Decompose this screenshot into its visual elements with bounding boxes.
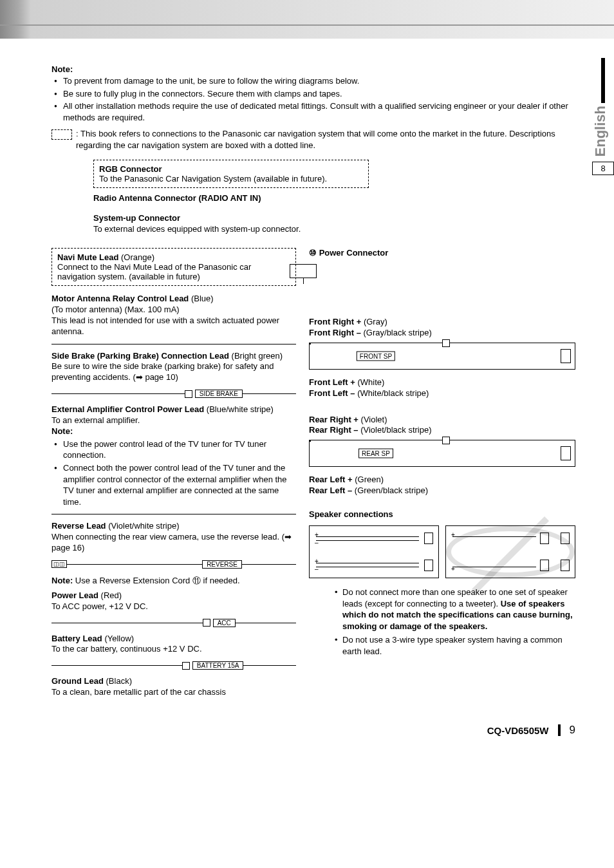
speaker-front-left: Front Left + (White) Front Left – (White…: [309, 377, 575, 399]
rear-sp-tag: REAR SP: [358, 449, 393, 458]
speaker-front-right: Front Right + (Gray) Front Right – (Gray…: [309, 317, 575, 370]
right-column: ⑩ Power Connector Front Right + (Gray) F…: [309, 248, 575, 704]
ext-amp-note-heading: Note:: [51, 426, 73, 436]
speaker-diagrams: + – + – + +: [309, 525, 575, 578]
reverse-desc: When connecting the rear view camera, us…: [51, 532, 296, 554]
battery-wire: BATTERY 15A: [51, 661, 296, 670]
power-desc: To ACC power, +12 V DC.: [51, 601, 296, 612]
navi-mute-color: (Orange): [121, 252, 154, 262]
speaker-diagram-incorrect: + +: [445, 525, 575, 578]
ext-amp-wire: [51, 514, 296, 514]
reverse-note-label: Note:: [51, 576, 73, 585]
speaker-connections-title: Speaker connections: [309, 509, 575, 519]
note-item: To prevent from damage to the unit, be s…: [51, 75, 575, 87]
ext-amp-note: Connect both the power control lead of t…: [51, 462, 296, 507]
ground-title: Ground Lead: [51, 676, 104, 686]
motor-ant-l2: This lead is not intended for use with a…: [51, 316, 296, 337]
reverse-note-text: Use a Reverse Extension Cord ⑪ if needed…: [75, 576, 240, 585]
reverse-color: (Violet/white stripe): [108, 521, 179, 531]
power-connector-num: ⑩: [309, 248, 317, 258]
reverse-title: Reverse Lead: [51, 521, 106, 531]
front-sp-visual: FRONT SP: [309, 343, 575, 370]
rl-minus: Rear Left –: [309, 486, 352, 495]
motor-ant-l1: (To motor antenna) (Max. 100 mA): [51, 305, 296, 316]
section-number-box: 8: [592, 162, 614, 175]
side-brake-color: (Bright green): [232, 351, 283, 361]
speaker-connection-notes: Do not connect more than one speaker to …: [309, 587, 575, 657]
navi-mute-title: Navi Mute Lead: [57, 252, 118, 262]
navi-mute-callout: Navi Mute Lead (Orange) Connect to the N…: [51, 248, 296, 286]
fr-minus: Front Right –: [309, 328, 361, 337]
battery-lead: Battery Lead (Yellow) To the car battery…: [51, 634, 296, 656]
fl-plus: Front Left +: [309, 377, 355, 387]
rr-minus: Rear Right –: [309, 425, 358, 435]
note-list: To prevent from damage to the unit, be s…: [51, 75, 575, 123]
front-sp-tag: FRONT SP: [357, 351, 395, 361]
systemup-title: System-up Connector: [93, 213, 575, 224]
page-footer: CQ-VD6505W 9: [0, 717, 614, 750]
speaker-rear-right: Rear Right + (Violet) Rear Right – (Viol…: [309, 415, 575, 467]
reverse-note: Note: Use a Reverse Extension Cord ⑪ if …: [51, 575, 296, 587]
page-content: Note: To prevent from damage to the unit…: [0, 39, 614, 717]
power-color: (Red): [101, 590, 122, 600]
ext-amp-desc: To an external amplifier.: [51, 415, 296, 426]
radio-title: Radio Antenna Connector (RADIO ANT IN): [93, 193, 261, 203]
reverse-plug-icon: ◫◫: [51, 560, 67, 568]
battery-title: Battery Lead: [51, 634, 102, 643]
fr-minus-c: (Gray/black stripe): [364, 328, 432, 337]
sp-note: Do not connect more than one speaker to …: [335, 587, 575, 632]
system-up-connector: System-up Connector To external devices …: [93, 213, 575, 235]
top-note-block: Note: To prevent from damage to the unit…: [51, 64, 575, 151]
speaker-rear-left: Rear Left + (Green) Rear Left – (Green/b…: [309, 475, 575, 496]
side-brake-desc: Be sure to wire the side brake (parking …: [51, 361, 296, 383]
ext-amp-title: External Amplifier Control Power Lead: [51, 404, 204, 414]
ground-lead: Ground Lead (Black) To a clean, bare met…: [51, 676, 296, 698]
header-strip: [0, 0, 614, 39]
rr-minus-c: (Violet/black stripe): [360, 425, 431, 435]
power-wire: ACC: [51, 619, 296, 627]
rgb-connector-callout: RGB Connector To the Panasonic Car Navig…: [93, 160, 369, 188]
motor-ant-wire: [51, 344, 296, 344]
power-connector-title: Power Connector: [319, 248, 389, 258]
dotted-box-icon: [51, 129, 72, 140]
side-brake-wire: SIDE BRAKE: [51, 390, 296, 398]
radio-antenna-connector: Radio Antenna Connector (RADIO ANT IN): [93, 193, 575, 204]
rgb-title: RGB Connector: [99, 164, 162, 174]
battery-tag: BATTERY 15A: [192, 661, 244, 670]
ext-amp-lead: External Amplifier Control Power Lead (B…: [51, 404, 296, 507]
side-brake-title: Side Brake (Parking Brake) Connection Le…: [51, 351, 229, 361]
note-heading: Note:: [51, 64, 73, 74]
left-column: Navi Mute Lead (Orange) Connect to the N…: [51, 248, 296, 704]
power-connector-icon: [290, 264, 317, 278]
reverse-wire: ◫◫ REVERSE: [51, 560, 296, 569]
speaker-diagram-correct: + – + –: [309, 525, 439, 578]
side-language-tab: English 8: [592, 58, 614, 175]
rl-plus-c: (Green): [355, 475, 384, 484]
sp-note: Do not use a 3-wire type speaker system …: [335, 634, 575, 657]
power-tag: ACC: [213, 619, 236, 627]
power-lead: Power Lead (Red) To ACC power, +12 V DC.: [51, 590, 296, 612]
fl-minus: Front Left –: [309, 388, 355, 398]
power-title: Power Lead: [51, 590, 98, 600]
fr-plus-c: (Gray): [364, 317, 387, 326]
ext-amp-color: (Blue/white stripe): [207, 404, 274, 414]
systemup-desc: To external devices equipped with system…: [93, 224, 575, 235]
fl-plus-c: (White): [357, 377, 384, 387]
battery-desc: To the car battery, continuous +12 V DC.: [51, 644, 296, 655]
reverse-lead: Reverse Lead (Violet/white stripe) When …: [51, 521, 296, 554]
battery-color: (Yellow): [104, 634, 134, 643]
sp-note-pre: Do not use a 3-wire type speaker system …: [342, 635, 563, 656]
rl-plus: Rear Left +: [309, 475, 353, 484]
model-number: CQ-VD6505W: [487, 725, 549, 736]
reverse-tag: REVERSE: [202, 560, 242, 569]
ground-color: (Black): [106, 676, 132, 686]
rgb-desc: To the Panasonic Car Navigation System (…: [99, 174, 363, 184]
dotted-reference: : This book refers to connections to the…: [51, 128, 575, 151]
motor-antenna-lead: Motor Antenna Relay Control Lead (Blue) …: [51, 294, 296, 337]
note-item: All other installation methods require t…: [51, 100, 575, 123]
rr-plus: Rear Right +: [309, 415, 358, 424]
ground-desc: To a clean, bare metallic part of the ca…: [51, 687, 296, 698]
side-brake-tag: SIDE BRAKE: [195, 390, 243, 398]
ext-amp-note: Use the power control lead of the TV tun…: [51, 439, 296, 461]
motor-ant-color: (Blue): [191, 294, 214, 303]
